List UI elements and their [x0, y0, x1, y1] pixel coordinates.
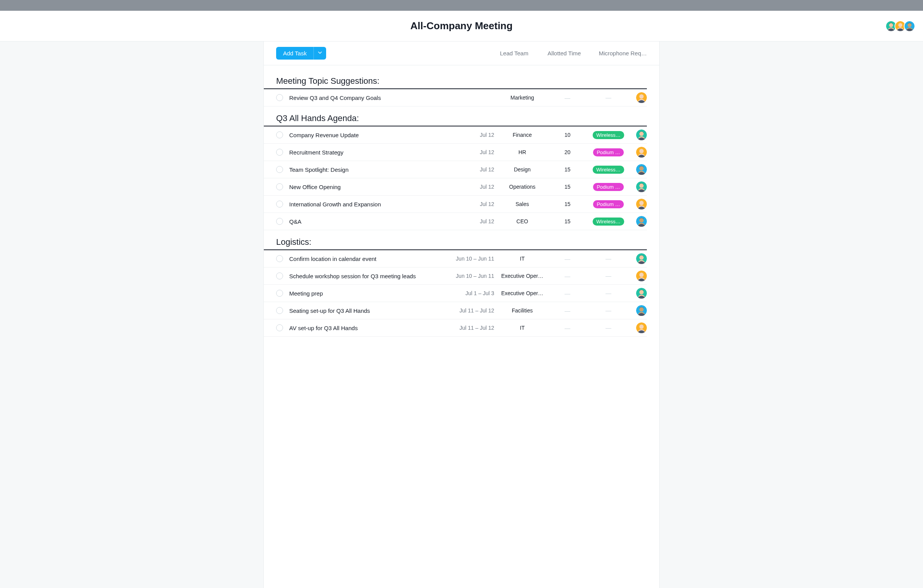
- task-lead-team[interactable]: Facilities: [497, 307, 547, 314]
- task-row[interactable]: Review Q3 and Q4 Company GoalsMarketing—…: [264, 89, 647, 106]
- column-header-mic[interactable]: Microphone Req…: [589, 50, 647, 56]
- task-due-date[interactable]: Jul 12: [455, 201, 497, 207]
- task-due-date[interactable]: Jul 1 – Jul 3: [455, 290, 497, 296]
- section-title[interactable]: Meeting Topic Suggestions:: [264, 69, 647, 89]
- task-assignee[interactable]: [629, 288, 647, 299]
- task-name[interactable]: Q&A: [289, 218, 455, 225]
- complete-checkbox[interactable]: [276, 149, 283, 156]
- task-assignee[interactable]: [629, 322, 647, 333]
- task-lead-team[interactable]: Design: [497, 166, 547, 173]
- task-name[interactable]: Team Spotlight: Design: [289, 166, 455, 173]
- task-assignee[interactable]: [629, 216, 647, 227]
- task-due-date[interactable]: Jul 12: [455, 218, 497, 224]
- task-due-date[interactable]: Jul 12: [455, 184, 497, 190]
- task-allotted-time[interactable]: 10: [547, 132, 588, 138]
- task-microphone[interactable]: Wireless…: [588, 131, 629, 139]
- task-lead-team[interactable]: CEO: [497, 218, 547, 224]
- task-lead-team[interactable]: HR: [497, 149, 547, 155]
- avatar[interactable]: [636, 305, 647, 316]
- task-assignee[interactable]: [629, 147, 647, 158]
- task-name[interactable]: Confirm location in calendar event: [289, 256, 455, 262]
- task-row[interactable]: International Growth and ExpansionJul 12…: [264, 196, 647, 213]
- task-due-date[interactable]: Jul 12: [455, 166, 497, 173]
- complete-checkbox[interactable]: [276, 307, 283, 314]
- task-assignee[interactable]: [629, 130, 647, 140]
- complete-checkbox[interactable]: [276, 290, 283, 297]
- task-assignee[interactable]: [629, 271, 647, 281]
- avatar[interactable]: [636, 199, 647, 209]
- task-assignee[interactable]: [629, 181, 647, 192]
- task-allotted-time[interactable]: —: [547, 307, 588, 314]
- task-name[interactable]: Schedule workshop session for Q3 meeting…: [289, 273, 455, 279]
- task-lead-team[interactable]: Finance: [497, 132, 547, 138]
- task-lead-team[interactable]: IT: [497, 256, 547, 262]
- task-row[interactable]: AV set-up for Q3 All HandsJul 11 – Jul 1…: [264, 319, 647, 337]
- task-allotted-time[interactable]: 15: [547, 166, 588, 173]
- task-due-date[interactable]: Jul 12: [455, 132, 497, 138]
- task-microphone[interactable]: Podium …: [588, 200, 629, 208]
- task-row[interactable]: Meeting prepJul 1 – Jul 3Executive Oper……: [264, 285, 647, 302]
- task-allotted-time[interactable]: 15: [547, 218, 588, 224]
- task-microphone[interactable]: Podium …: [588, 183, 629, 191]
- complete-checkbox[interactable]: [276, 183, 283, 190]
- avatar[interactable]: [636, 92, 647, 103]
- section-title[interactable]: Q3 All Hands Agenda:: [264, 106, 647, 126]
- task-name[interactable]: Company Revenue Update: [289, 132, 455, 138]
- complete-checkbox[interactable]: [276, 255, 283, 262]
- add-task-button[interactable]: Add Task: [276, 47, 313, 60]
- avatar[interactable]: [636, 130, 647, 140]
- task-assignee[interactable]: [629, 199, 647, 209]
- task-microphone[interactable]: —: [588, 307, 629, 314]
- task-assignee[interactable]: [629, 92, 647, 103]
- task-due-date[interactable]: Jun 10 – Jun 11: [455, 256, 497, 262]
- avatar[interactable]: [636, 181, 647, 192]
- avatar[interactable]: [636, 253, 647, 264]
- task-microphone[interactable]: Podium …: [588, 148, 629, 156]
- complete-checkbox[interactable]: [276, 324, 283, 331]
- task-allotted-time[interactable]: —: [547, 273, 588, 279]
- avatar[interactable]: [904, 20, 915, 32]
- header-member-avatars[interactable]: [888, 20, 915, 32]
- task-allotted-time[interactable]: —: [547, 290, 588, 297]
- task-name[interactable]: Seating set-up for Q3 All Hands: [289, 307, 455, 314]
- task-lead-team[interactable]: Executive Oper…: [497, 273, 547, 279]
- complete-checkbox[interactable]: [276, 201, 283, 208]
- task-row[interactable]: Company Revenue UpdateJul 12Finance10Wir…: [264, 126, 647, 144]
- task-lead-team[interactable]: Executive Oper…: [497, 290, 547, 296]
- task-lead-team[interactable]: Marketing: [497, 95, 547, 101]
- task-row[interactable]: Confirm location in calendar eventJun 10…: [264, 250, 647, 267]
- task-name[interactable]: Recruitment Strategy: [289, 149, 455, 156]
- task-row[interactable]: Schedule workshop session for Q3 meeting…: [264, 267, 647, 285]
- column-header-time[interactable]: Allotted Time: [539, 50, 589, 56]
- task-lead-team[interactable]: Operations: [497, 184, 547, 190]
- complete-checkbox[interactable]: [276, 218, 283, 225]
- avatar[interactable]: [636, 147, 647, 158]
- task-due-date[interactable]: Jul 11 – Jul 12: [455, 325, 497, 331]
- task-lead-team[interactable]: IT: [497, 325, 547, 331]
- task-microphone[interactable]: —: [588, 272, 629, 279]
- task-allotted-time[interactable]: 20: [547, 149, 588, 155]
- task-microphone[interactable]: Wireless…: [588, 166, 629, 174]
- task-due-date[interactable]: Jul 12: [455, 149, 497, 155]
- task-assignee[interactable]: [629, 253, 647, 264]
- task-assignee[interactable]: [629, 305, 647, 316]
- add-task-dropdown-button[interactable]: [313, 47, 326, 60]
- complete-checkbox[interactable]: [276, 94, 283, 101]
- task-name[interactable]: Meeting prep: [289, 290, 455, 297]
- task-allotted-time[interactable]: —: [547, 95, 588, 101]
- task-assignee[interactable]: [629, 164, 647, 175]
- task-allotted-time[interactable]: —: [547, 325, 588, 331]
- task-row[interactable]: Recruitment StrategyJul 12HR20Podium …: [264, 144, 647, 161]
- task-row[interactable]: Team Spotlight: DesignJul 12Design15Wire…: [264, 161, 647, 178]
- task-microphone[interactable]: —: [588, 94, 629, 101]
- task-allotted-time[interactable]: 15: [547, 201, 588, 207]
- task-lead-team[interactable]: Sales: [497, 201, 547, 207]
- task-microphone[interactable]: Wireless…: [588, 218, 629, 226]
- task-row[interactable]: Seating set-up for Q3 All HandsJul 11 – …: [264, 302, 647, 319]
- task-name[interactable]: New Office Opening: [289, 184, 455, 190]
- task-allotted-time[interactable]: —: [547, 256, 588, 262]
- avatar[interactable]: [636, 271, 647, 281]
- complete-checkbox[interactable]: [276, 131, 283, 138]
- complete-checkbox[interactable]: [276, 166, 283, 173]
- section-title[interactable]: Logistics:: [264, 230, 647, 250]
